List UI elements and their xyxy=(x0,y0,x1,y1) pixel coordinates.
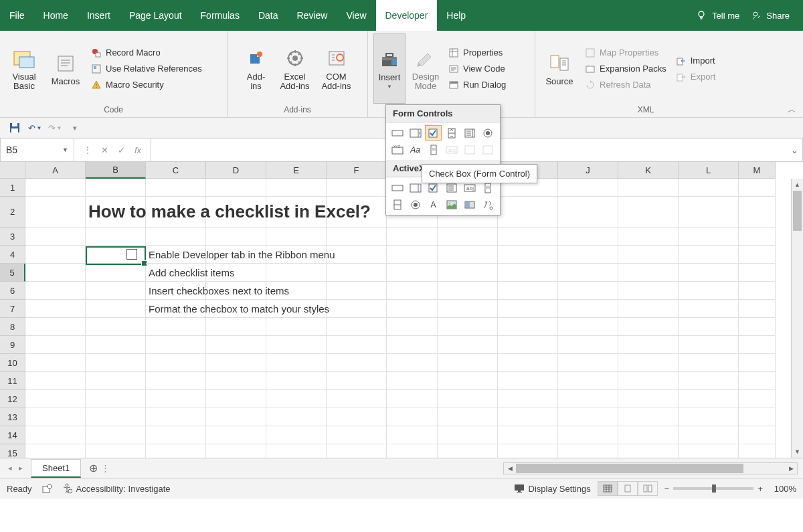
tab-review[interactable]: Review xyxy=(288,0,337,31)
cell[interactable] xyxy=(206,318,266,336)
cell[interactable] xyxy=(498,408,558,426)
excel-addins-button[interactable]: Excel Add-ins xyxy=(276,33,314,104)
cell[interactable] xyxy=(618,246,679,264)
row-header[interactable]: 14 xyxy=(0,426,25,444)
cell[interactable] xyxy=(25,300,86,318)
com-addins-button[interactable]: COM Add-ins xyxy=(318,33,355,104)
cell[interactable] xyxy=(739,264,776,282)
cell[interactable] xyxy=(679,300,739,318)
zoom-in-button[interactable]: + xyxy=(757,484,763,494)
cell[interactable] xyxy=(25,318,86,336)
cell[interactable]: Add checklist items xyxy=(146,264,206,282)
cell[interactable] xyxy=(146,408,206,426)
form-label-icon[interactable]: Aa xyxy=(407,142,424,157)
save-button[interactable] xyxy=(8,121,21,135)
cell[interactable] xyxy=(86,228,146,246)
cell[interactable] xyxy=(679,197,739,228)
cell[interactable] xyxy=(387,408,438,426)
vertical-scrollbar[interactable]: ▲ ▼ xyxy=(791,179,803,458)
row-header[interactable]: 8 xyxy=(0,318,25,336)
cell[interactable] xyxy=(618,300,679,318)
fx-button[interactable]: fx xyxy=(135,145,141,155)
cell[interactable] xyxy=(558,354,618,372)
cell[interactable] xyxy=(25,246,86,264)
column-header[interactable]: K xyxy=(618,162,679,179)
tab-help[interactable]: Help xyxy=(437,0,475,31)
cell[interactable] xyxy=(618,354,679,372)
cell[interactable] xyxy=(387,390,438,408)
refresh-data-button[interactable]: Refresh Data xyxy=(582,78,669,92)
tab-formulas[interactable]: Formulas xyxy=(191,0,249,31)
cell[interactable] xyxy=(558,318,618,336)
form-combo-list-icon[interactable] xyxy=(461,142,478,157)
cell[interactable] xyxy=(618,318,679,336)
cell[interactable] xyxy=(438,228,498,246)
cell[interactable] xyxy=(558,408,618,426)
row-header[interactable]: 7 xyxy=(0,300,25,318)
form-scrollbar-icon[interactable] xyxy=(425,142,442,157)
cell[interactable] xyxy=(739,246,776,264)
cell[interactable] xyxy=(25,354,86,372)
form-optionbutton-icon[interactable] xyxy=(479,125,496,141)
cells-grid[interactable]: How to make a checklist in Excel?Enable … xyxy=(25,179,776,458)
cell[interactable] xyxy=(25,228,86,246)
cell[interactable] xyxy=(25,426,86,444)
cell[interactable] xyxy=(327,246,387,264)
cell[interactable] xyxy=(25,179,86,197)
cell[interactable] xyxy=(558,282,618,300)
cell[interactable] xyxy=(739,426,776,444)
column-header[interactable]: C xyxy=(146,162,206,179)
cell[interactable] xyxy=(558,179,618,197)
form-spinner-icon[interactable] xyxy=(443,125,460,141)
macro-security-button[interactable]: Macro Security xyxy=(88,78,205,92)
row-header[interactable]: 5 xyxy=(0,264,25,282)
cell[interactable] xyxy=(25,390,86,408)
sheet-nav-last-button[interactable]: ▸ xyxy=(16,462,25,475)
tab-home[interactable]: Home xyxy=(34,0,78,31)
cell[interactable] xyxy=(438,408,498,426)
cell[interactable] xyxy=(86,408,146,426)
column-header[interactable]: E xyxy=(266,162,327,179)
share-button[interactable]: Share xyxy=(751,10,790,21)
cell[interactable] xyxy=(327,282,387,300)
cell[interactable] xyxy=(327,318,387,336)
column-header[interactable]: A xyxy=(25,162,86,179)
row-header[interactable]: 3 xyxy=(0,228,25,246)
cell[interactable] xyxy=(86,282,146,300)
use-relative-references-button[interactable]: Use Relative References xyxy=(88,62,205,76)
cell[interactable] xyxy=(558,228,618,246)
tab-view[interactable]: View xyxy=(337,0,375,31)
row-header[interactable]: 15 xyxy=(0,444,25,458)
cell[interactable] xyxy=(146,318,206,336)
zoom-slider[interactable] xyxy=(673,487,753,490)
cell[interactable] xyxy=(498,372,558,390)
cell[interactable] xyxy=(206,444,266,458)
cell[interactable] xyxy=(679,444,739,458)
cell[interactable] xyxy=(739,390,776,408)
scroll-left-button[interactable]: ◀ xyxy=(504,465,516,472)
run-dialog-button[interactable]: Run Dialog xyxy=(446,78,509,92)
cell[interactable] xyxy=(679,372,739,390)
cell[interactable] xyxy=(327,390,387,408)
zoom-thumb[interactable] xyxy=(712,484,716,493)
cell[interactable] xyxy=(387,300,438,318)
cell[interactable] xyxy=(86,444,146,458)
form-listbox-icon[interactable] xyxy=(461,125,478,141)
cell[interactable] xyxy=(387,228,438,246)
cell[interactable] xyxy=(618,408,679,426)
cell[interactable] xyxy=(266,408,327,426)
cell[interactable] xyxy=(498,197,558,228)
cell[interactable] xyxy=(387,426,438,444)
cell[interactable] xyxy=(387,318,438,336)
cell[interactable] xyxy=(146,426,206,444)
scroll-thumb[interactable] xyxy=(793,191,802,231)
cell[interactable] xyxy=(327,354,387,372)
horizontal-scrollbar[interactable]: ◀ ▶ xyxy=(503,462,798,474)
cell[interactable] xyxy=(25,197,86,228)
tab-developer[interactable]: Developer xyxy=(376,0,438,31)
export-button[interactable]: Export xyxy=(673,70,719,84)
properties-button[interactable]: Properties xyxy=(446,46,509,60)
cell[interactable] xyxy=(498,354,558,372)
cell[interactable] xyxy=(86,426,146,444)
activex-commandbutton-icon[interactable] xyxy=(389,180,406,195)
